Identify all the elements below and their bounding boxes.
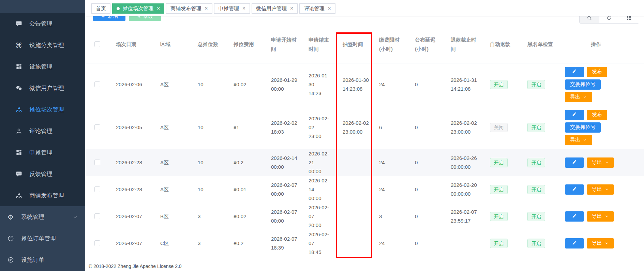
table-row: 2026-02-06A区10¥0.022026-01-2900:002026-0… (85, 63, 644, 106)
status-tag: 开启 (527, 239, 545, 248)
export-button[interactable]: 导出 (587, 184, 614, 195)
sidebar-top-item-clipped[interactable]: 综合首页 (0, 0, 85, 13)
cell-auto-refund: 关闭 (483, 106, 521, 149)
cell-total-stalls: 3 (191, 203, 227, 230)
sidebar-item[interactable]: 设施订单 (0, 249, 85, 271)
cell-area: A区 (153, 176, 191, 203)
sidebar-item[interactable]: 设施管理 (0, 56, 85, 77)
cell-stall-fee: ¥0.2 (227, 149, 264, 176)
close-icon[interactable]: × (290, 6, 293, 11)
publish-button[interactable]: 发布 (587, 67, 607, 77)
cell-apply-start: 2026-02-1400:00 (264, 149, 302, 176)
tab-page[interactable]: 申摊管理× (214, 3, 250, 14)
close-icon[interactable]: × (328, 6, 331, 11)
edit-button[interactable] (565, 67, 584, 77)
sidebar-item-label: 商铺发布管理 (29, 192, 64, 199)
tab-home[interactable]: 首页 (91, 3, 110, 14)
cell-apply-end: 2026-02-2100:00 (302, 149, 336, 176)
pencil-icon (572, 213, 577, 219)
row-checkbox[interactable] (94, 81, 100, 87)
cell-stall-fee: ¥0.01 (227, 176, 264, 203)
sidebar-item[interactable]: 摊位订单管理 (0, 228, 85, 249)
cell-blacklist-check: 开启 (521, 203, 561, 230)
select-all-checkbox[interactable] (94, 41, 100, 47)
export-button[interactable]: 导出 (587, 211, 614, 222)
cell-area: B区 (153, 203, 191, 230)
order-icon (7, 235, 14, 242)
comment-icon (15, 170, 23, 178)
sidebar-item[interactable]: 微信用户管理 (0, 77, 85, 99)
tab-page[interactable]: 微信用户管理× (252, 3, 298, 14)
sidebar-item-label: 摊位场次管理 (29, 106, 64, 114)
sidebar-item[interactable]: ⌘设施分类管理 (0, 34, 85, 56)
cell-publish-delay: 0 (408, 230, 444, 257)
column-header: 场次日期 (109, 26, 153, 63)
sessions-table: 场次日期区域总摊位数摊位费用申请开始时间申请结束时间抽签时间缴费限时(小时)公布… (85, 26, 644, 271)
sidebar-item[interactable]: 摊位场次管理 (0, 99, 85, 120)
cell-apply-end: 2026-02-0223:00 (302, 106, 336, 149)
row-checkbox[interactable] (94, 240, 100, 246)
edit-button[interactable] (565, 157, 584, 168)
cell-actions: 发布交换摊位号导出 (561, 106, 644, 149)
edit-button[interactable] (565, 211, 584, 222)
sidebar-item[interactable]: ⚙系统管理 (0, 206, 85, 228)
table-row: 2026-02-28A区10¥0.012026-02-0700:002026-0… (85, 176, 644, 203)
tab-page[interactable]: 商铺发布管理× (166, 3, 212, 14)
tree-icon (15, 106, 23, 114)
close-icon[interactable]: × (242, 6, 245, 11)
pencil-icon (572, 160, 577, 165)
edit-button[interactable] (565, 238, 584, 249)
cell-apply-end: 2026-02-0718:45 (302, 230, 336, 257)
cell-total-stalls: 10 (191, 63, 227, 106)
cell-pay-limit: 6 (372, 106, 408, 149)
cell-session-date: 2026-02-07 (109, 203, 153, 230)
row-checkbox[interactable] (94, 160, 100, 165)
cell-draw-time: 2026-01-3014:23:08 (336, 63, 372, 106)
refresh-icon (606, 15, 612, 22)
edit-button[interactable] (565, 110, 584, 120)
cell-apply-start: 2026-02-0218:03 (264, 106, 302, 149)
cell-stall-fee: ¥0.02 (227, 203, 264, 230)
sidebar-item[interactable]: 评论管理 (0, 120, 85, 142)
export-button[interactable]: 导出 (587, 157, 614, 168)
sidebar-item[interactable]: 公告管理 (0, 13, 85, 34)
tab-page[interactable]: 摊位场次管理× (112, 3, 164, 14)
cell-total-stalls: 10 (191, 149, 227, 176)
close-icon[interactable]: × (157, 6, 160, 11)
edit-button[interactable] (565, 184, 584, 195)
chevron-down-icon (604, 241, 609, 245)
cell-actions: 导出 (561, 149, 644, 176)
sidebar-item[interactable]: 反馈管理 (0, 163, 85, 185)
sidebar-item-label: 设施订单 (21, 256, 44, 264)
swap-stall-button[interactable]: 交换摊位号 (565, 79, 601, 90)
grid-icon (15, 63, 23, 71)
cell-area: C区 (153, 230, 191, 257)
sidebar-item[interactable]: 商铺发布管理 (0, 185, 85, 206)
status-tag: 开启 (490, 158, 508, 167)
table-row: 2026-02-05A区10¥12026-02-0218:032026-02-0… (85, 106, 644, 149)
column-header: 摊位费用 (227, 26, 264, 63)
page-footer: © 2018-2022 Zheng Jie Apache License 2.0 (85, 261, 644, 271)
close-icon[interactable]: × (205, 6, 208, 11)
status-tag: 开启 (490, 239, 508, 248)
export-button[interactable]: 导出 (565, 135, 592, 145)
export-button[interactable]: 导出 (565, 92, 592, 102)
table-row: 2026-02-07C区3¥0.22026-02-0718:392026-02-… (85, 230, 644, 257)
cell-auto-refund: 开启 (483, 149, 521, 176)
status-tag: 开启 (490, 80, 508, 89)
tab-page[interactable]: 评论管理× (299, 3, 335, 14)
status-tag: 开启 (527, 123, 545, 132)
sidebar-item[interactable]: 申摊管理 (0, 142, 85, 163)
table-body: 2026-02-06A区10¥0.022026-01-2900:002026-0… (85, 63, 644, 271)
row-checkbox[interactable] (94, 213, 100, 219)
row-checkbox[interactable] (94, 186, 100, 192)
cell-apply-end: 2026-01-3014:23 (302, 63, 336, 106)
cell-apply-start: 2026-02-0700:00 (264, 176, 302, 203)
export-button[interactable]: 导出 (587, 238, 614, 249)
table-header-row: 场次日期区域总摊位数摊位费用申请开始时间申请结束时间抽签时间缴费限时(小时)公布… (85, 26, 644, 63)
swap-stall-button[interactable]: 交换摊位号 (565, 122, 601, 133)
row-checkbox[interactable] (94, 124, 100, 130)
cell-refund-deadline: 2026-02-0723:59:17 (444, 203, 483, 230)
sidebar-item-home[interactable]: 综合首页 (0, 0, 85, 6)
publish-button[interactable]: 发布 (587, 110, 607, 120)
